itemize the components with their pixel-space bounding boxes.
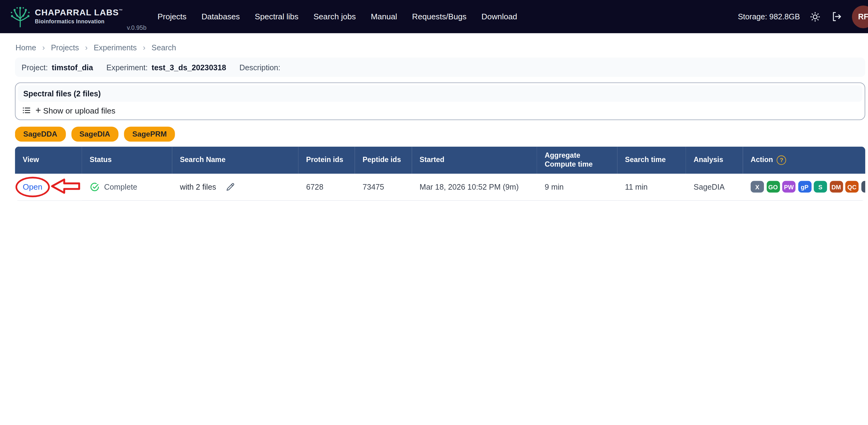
app-version: v.0.95b [127, 24, 147, 33]
action-badge-more[interactable]: ••• [861, 181, 865, 193]
brand-subtitle: Bioinformatics Innovation [35, 19, 123, 25]
check-circle-icon [90, 182, 99, 192]
top-navbar: CHAPARRAL LABS™ Bioinformatics Innovatio… [0, 0, 868, 33]
header-analysis: Analysis [686, 147, 743, 173]
user-avatar[interactable]: RF [852, 5, 868, 28]
plus-icon: + [35, 105, 41, 115]
header-action: Action ? [743, 147, 865, 173]
action-badge-s[interactable]: S [814, 181, 827, 193]
header-search-name: Search Name [172, 147, 299, 173]
header-started: Started [412, 147, 537, 173]
list-icon [22, 105, 31, 115]
project-info-bar: Project: timstof_dia Experiment: test_3_… [15, 58, 865, 77]
protein-ids-cell: 6728 [299, 173, 355, 200]
table-row: Open [15, 173, 865, 200]
help-icon[interactable]: ? [777, 155, 786, 165]
action-badges: X GO PW gP S DM QC ••• [751, 181, 858, 193]
project-label: Project: [22, 63, 48, 72]
description-label: Description: [240, 63, 280, 72]
chevron-right-icon: › [143, 43, 145, 52]
annotation-arrow-icon [50, 178, 81, 196]
header-protein-ids: Protein ids [299, 147, 355, 173]
show-or-upload-files-button[interactable]: + Show or upload files [18, 102, 119, 115]
status-cell: Complete [82, 173, 172, 200]
edit-pencil-icon[interactable] [225, 182, 235, 192]
search-time-cell: 11 min [617, 173, 686, 200]
nav-item-databases[interactable]: Databases [202, 12, 240, 21]
experiment-label: Experiment: [106, 63, 148, 72]
nav-item-requests-bugs[interactable]: Requests/Bugs [412, 12, 466, 21]
action-badge-qc[interactable]: QC [845, 181, 859, 193]
breadcrumb-experiments[interactable]: Experiments [94, 43, 136, 52]
nav-item-manual[interactable]: Manual [371, 12, 397, 21]
brand-trademark: ™ [119, 9, 123, 13]
action-badge-go[interactable]: GO [766, 181, 780, 193]
chevron-right-icon: › [85, 43, 88, 52]
header-status: Status [82, 147, 172, 173]
nav-links: Projects Databases Spectral libs Search … [157, 12, 517, 21]
header-view: View [15, 147, 82, 173]
brand-text: CHAPARRAL LABS™ Bioinformatics Innovatio… [35, 9, 123, 25]
page: CHAPARRAL LABS™ Bioinformatics Innovatio… [0, 0, 868, 425]
open-link[interactable]: Open [23, 182, 42, 191]
spectral-files-title: Spectral files (2 files) [18, 85, 863, 102]
experiment-value: test_3_ds_20230318 [152, 63, 226, 72]
navbar-right: Storage: 982.8GB RF [738, 5, 868, 28]
action-badge-pw[interactable]: PW [782, 181, 796, 193]
nav-item-projects[interactable]: Projects [157, 12, 186, 21]
nav-item-spectral-libs[interactable]: Spectral libs [255, 12, 299, 21]
show-or-upload-files-label: Show or upload files [43, 106, 116, 115]
analysis-cell: SageDIA [686, 173, 743, 200]
breadcrumb-home[interactable]: Home [16, 43, 36, 52]
status-text: Complete [104, 182, 137, 191]
brand-title: CHAPARRAL LABS [35, 8, 119, 18]
sagedia-button[interactable]: SageDIA [71, 127, 119, 142]
logout-icon[interactable] [830, 10, 842, 23]
breadcrumb-projects[interactable]: Projects [51, 43, 79, 52]
sageprm-button[interactable]: SagePRM [124, 127, 175, 142]
project-value: timstof_dia [52, 63, 93, 72]
search-name-cell: with 2 files [172, 173, 299, 200]
header-aggregate-compute-time: Aggregate Compute time [537, 147, 617, 173]
breadcrumb: Home › Projects › Experiments › Search [0, 33, 868, 52]
header-search-time: Search time [617, 147, 686, 173]
storage-indicator: Storage: 982.8GB [738, 12, 800, 21]
chevron-right-icon: › [42, 43, 45, 52]
action-cell: X GO PW gP S DM QC ••• [743, 173, 865, 200]
action-badge-gp[interactable]: gP [798, 181, 811, 193]
search-name-text: with 2 files [180, 182, 216, 191]
peptide-ids-cell: 73475 [355, 173, 412, 200]
action-badge-dm[interactable]: DM [830, 181, 843, 193]
nav-item-search-jobs[interactable]: Search jobs [313, 12, 356, 21]
search-results-table: View Status Search Name Protein ids Pept… [15, 147, 865, 201]
spectral-files-panel: Spectral files (2 files) + Show or uploa… [15, 83, 865, 120]
sagedda-button[interactable]: SageDDA [15, 127, 66, 142]
action-badge-delete[interactable]: X [751, 181, 764, 193]
table-header-row: View Status Search Name Protein ids Pept… [15, 147, 865, 173]
theme-toggle-sun-icon[interactable] [809, 11, 821, 23]
brand-tree-icon [10, 5, 30, 28]
breadcrumb-search[interactable]: Search [152, 43, 176, 52]
nav-item-download[interactable]: Download [482, 12, 517, 21]
search-type-buttons: SageDDA SageDIA SagePRM [15, 127, 868, 142]
aggregate-compute-time-cell: 9 min [537, 173, 617, 200]
header-peptide-ids: Peptide ids [355, 147, 412, 173]
brand-logo[interactable]: CHAPARRAL LABS™ Bioinformatics Innovatio… [10, 5, 123, 28]
started-cell: Mar 18, 2026 10:52 PM (9m) [412, 173, 537, 200]
header-action-label: Action [751, 156, 773, 164]
view-cell: Open [15, 173, 82, 200]
